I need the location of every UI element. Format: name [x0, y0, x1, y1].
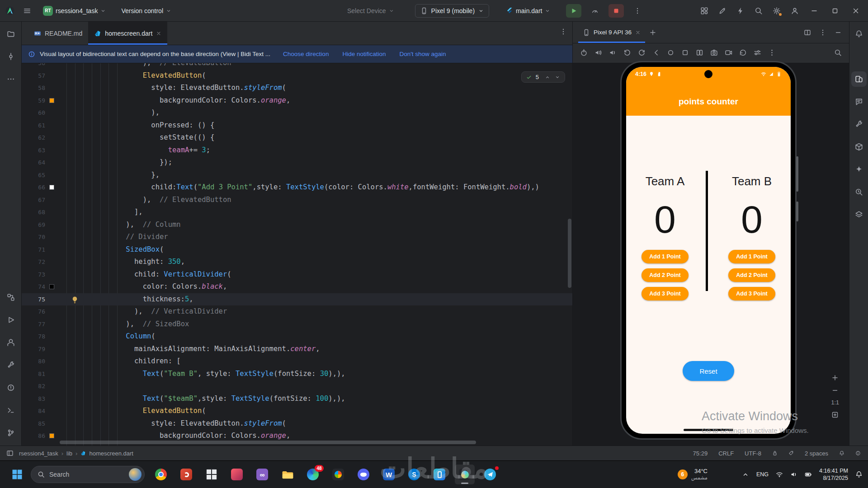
info-icon[interactable]: [855, 450, 861, 456]
code-line[interactable]: 62 setState(() {: [22, 131, 572, 144]
read-only-lock-icon[interactable]: [772, 450, 778, 456]
min-window-button[interactable]: [804, 0, 825, 22]
main-menu-button[interactable]: [18, 2, 36, 20]
emulator-screen-record-button[interactable]: [725, 49, 732, 58]
breadcrumb-item[interactable]: lib: [66, 450, 72, 457]
tool-window-more-tool-windows[interactable]: [3, 71, 19, 87]
code-line[interactable]: 59 backgroundColor: Colors.orange,: [22, 94, 572, 107]
tool-window-layout-icon[interactable]: [6, 450, 14, 457]
device-selector[interactable]: Pixel 9 (mobile): [415, 4, 489, 18]
tool-window-commit[interactable]: [3, 49, 19, 64]
android-studio-taskbar-icon[interactable]: [455, 465, 475, 484]
gear-button[interactable]: [768, 2, 786, 20]
input-language[interactable]: ENG: [756, 471, 769, 478]
caret-position[interactable]: 75:29: [693, 450, 708, 457]
code-line[interactable]: 60 ),: [22, 107, 572, 119]
team-b-add-2-point-button[interactable]: Add 2 Point: [728, 268, 775, 282]
telegram-taskbar-icon[interactable]: [480, 465, 500, 484]
taskbar-search[interactable]: Search: [31, 466, 145, 483]
profiler-button[interactable]: [588, 2, 602, 20]
edge-taskbar-icon[interactable]: 48: [303, 465, 323, 484]
tool-window-services[interactable]: [3, 335, 19, 350]
code-line[interactable]: 78 Column(: [22, 330, 572, 343]
phone-screen[interactable]: 4:16 points counter Team A0Add 1 PointAd…: [626, 67, 791, 434]
tool-window-app-insights[interactable]: [851, 117, 867, 132]
code-line[interactable]: 80 children: [: [22, 355, 572, 368]
zoom-out-icon[interactable]: [831, 387, 839, 394]
code-line[interactable]: 72 height: 350,: [22, 256, 572, 268]
code-line[interactable]: 82: [22, 380, 572, 393]
emulator-kebab-button[interactable]: [768, 49, 776, 58]
tool-window-device-explorer[interactable]: [851, 139, 867, 155]
code-line[interactable]: 75 thickness:5,: [22, 293, 572, 306]
tool-window-profiler-home[interactable]: [851, 184, 867, 200]
banner-link-hide-notification[interactable]: Hide notification: [342, 51, 386, 57]
emulator-zoom-mode-button[interactable]: [834, 49, 842, 58]
tool-window-version-control[interactable]: [3, 425, 19, 441]
close-window-button[interactable]: [845, 0, 866, 22]
team-b-add-3-point-button[interactable]: Add 3 Point: [728, 287, 775, 300]
user-button[interactable]: [786, 2, 804, 20]
visual-studio-taskbar-icon[interactable]: ∞: [252, 465, 272, 484]
notifications-icon[interactable]: [839, 450, 844, 456]
code-line[interactable]: 83 Text("$teamB",style: TextStyle(fontSi…: [22, 393, 572, 405]
breadcrumb-item[interactable]: homescreen.dart: [89, 450, 133, 457]
team-b-add-1-point-button[interactable]: Add 1 Point: [728, 250, 775, 263]
color-preview-chip[interactable]: [49, 284, 54, 289]
code-line[interactable]: 79 mainAxisAlignment: MainAxisAlignment.…: [22, 343, 572, 356]
tool-window-gemini-chat[interactable]: [851, 94, 867, 109]
tray-overflow-icon[interactable]: [742, 471, 749, 478]
powerpoint-taskbar-icon[interactable]: [176, 465, 196, 484]
ai-pen-button[interactable]: [713, 2, 731, 20]
panel-options-icon[interactable]: [819, 29, 826, 36]
code-line[interactable]: 85 style: ElevatedButton.styleFrom(: [22, 418, 572, 430]
team-a-add-1-point-button[interactable]: Add 1 Point: [642, 250, 689, 263]
tool-window-assistant[interactable]: [851, 207, 867, 222]
emulator-rotate-right-button[interactable]: [638, 49, 646, 58]
banner-link-don-t-show-again[interactable]: Don't show again: [399, 51, 446, 57]
intention-bulb-icon[interactable]: [71, 296, 79, 303]
emulator-snapshots-button[interactable]: [739, 49, 747, 58]
emulator-fold-device-button[interactable]: [696, 49, 703, 58]
tool-window-structure[interactable]: [3, 290, 19, 305]
code-line[interactable]: 76 ), // VerticalDivider: [22, 305, 572, 318]
split-panel-icon[interactable]: [804, 29, 811, 36]
notification-center-icon[interactable]: [855, 471, 863, 478]
code-line[interactable]: 81 Text("Team B", style: TextStyle(fontS…: [22, 368, 572, 380]
volume-icon[interactable]: [790, 471, 797, 478]
emulator-volume-down-button[interactable]: [609, 49, 617, 58]
line-separator[interactable]: CRLF: [718, 450, 734, 457]
clock-widget[interactable]: 4:16:41 PM 8/17/2025: [819, 467, 848, 482]
code-line[interactable]: 84 ElevatedButton(: [22, 405, 572, 418]
code-line[interactable]: 63 teamA+= 3;: [22, 144, 572, 157]
color-preview-chip[interactable]: [49, 185, 54, 190]
tab-README.md[interactable]: README.md: [28, 22, 88, 45]
bolt-button[interactable]: [731, 2, 750, 20]
banner-link-choose-direction[interactable]: Choose direction: [283, 51, 329, 57]
color-preview-chip[interactable]: [49, 98, 54, 103]
zoom-in-icon[interactable]: [831, 374, 839, 381]
emulator-overview-button[interactable]: [681, 49, 689, 58]
device-tab[interactable]: Pixel 9 API 36: [578, 22, 645, 43]
emulator-home-circle-button[interactable]: [667, 49, 675, 58]
tool-window-run-window[interactable]: [3, 312, 19, 328]
tool-window-terminal[interactable]: [3, 403, 19, 418]
tag-icon[interactable]: [788, 450, 794, 456]
inspections-widget[interactable]: 5: [521, 71, 565, 83]
run-configuration-selector[interactable]: main.dart: [502, 4, 554, 18]
code-line[interactable]: 64 });: [22, 156, 572, 169]
emulator-screenshot-button[interactable]: [710, 49, 718, 58]
reset-button[interactable]: Reset: [683, 361, 734, 381]
code-line[interactable]: 77 ), // SizedBox: [22, 318, 572, 331]
device-manager-button[interactable]: [695, 2, 713, 20]
word-taskbar-icon[interactable]: W: [379, 465, 399, 484]
emulator-volume-up-button[interactable]: [594, 49, 602, 58]
team-a-add-3-point-button[interactable]: Add 3 Point: [642, 287, 689, 300]
photos-taskbar-icon[interactable]: [328, 465, 348, 484]
wifi-icon[interactable]: [776, 471, 783, 478]
code-editor[interactable]: 56 ), // ElevatedButton57 ElevatedButton…: [22, 63, 572, 446]
skype-taskbar-icon[interactable]: S: [404, 465, 424, 484]
photos-red-taskbar-icon[interactable]: [227, 465, 247, 484]
discord-taskbar-icon[interactable]: [354, 465, 373, 484]
code-line[interactable]: 65 },: [22, 169, 572, 182]
